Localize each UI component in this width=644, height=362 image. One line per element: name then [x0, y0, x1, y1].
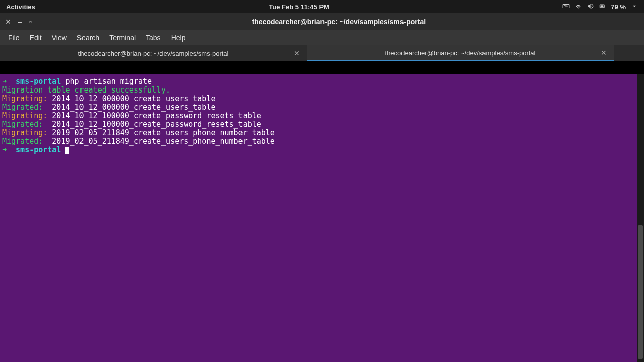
- tab-close-icon[interactable]: ✕: [294, 49, 300, 57]
- menubar: File Edit View Search Terminal Tabs Help: [0, 30, 644, 45]
- menu-help[interactable]: Help: [166, 32, 191, 44]
- close-icon[interactable]: ✕: [5, 18, 11, 26]
- system-tray[interactable]: 79 %: [562, 3, 638, 11]
- svg-rect-7: [601, 5, 604, 7]
- clock[interactable]: Tue Feb 5 11:45 PM: [35, 3, 563, 11]
- menu-view[interactable]: View: [47, 32, 72, 44]
- window-titlebar: ✕ – ▫ thecodearcher@brian-pc: ~/dev/samp…: [0, 13, 644, 30]
- menu-tabs[interactable]: Tabs: [141, 32, 166, 44]
- tab-close-icon[interactable]: ✕: [601, 49, 607, 57]
- menu-terminal[interactable]: Terminal: [104, 32, 141, 44]
- svg-rect-5: [565, 6, 568, 7]
- line-migrating-name: 2014_10_12_000000_create_users_table: [52, 94, 215, 103]
- line-migrated-label: Migrated:: [2, 137, 43, 146]
- window-title: thecodearcher@brian-pc: ~/dev/samples/sm…: [39, 18, 639, 26]
- svg-rect-1: [564, 5, 565, 6]
- svg-rect-8: [605, 5, 605, 6]
- wifi-icon: [575, 3, 582, 11]
- maximize-icon[interactable]: ▫: [29, 18, 32, 26]
- keyboard-icon: [562, 3, 570, 11]
- minimize-icon[interactable]: –: [18, 18, 22, 26]
- line-migrated-name: 2019_02_05_211849_create_users_phone_num…: [52, 137, 275, 146]
- line-migrated-label: Migrated:: [2, 103, 43, 112]
- line-success: Migration table created successfully.: [2, 85, 170, 95]
- battery-percent: 79 %: [611, 3, 626, 11]
- svg-rect-0: [564, 4, 570, 8]
- tabbar: thecodearcher@brian-pc: ~/dev/samples/sm…: [0, 45, 644, 61]
- line-migrating-name: 2014_10_12_100000_create_password_resets…: [52, 111, 261, 120]
- prompt-cwd: sms-portal: [16, 145, 61, 154]
- chevron-down-icon: [631, 3, 638, 11]
- terminal-output[interactable]: ➜ sms-portal php artisan migrate Migrati…: [0, 74, 644, 362]
- line-migrated-name: 2014_10_12_100000_create_password_resets…: [52, 120, 261, 129]
- svg-rect-2: [566, 5, 566, 6]
- prompt-arrow-icon: ➜: [2, 145, 7, 154]
- svg-rect-3: [567, 5, 567, 6]
- tab-label: thecodearcher@brian-pc: ~/dev/samples/sm…: [385, 49, 536, 57]
- svg-rect-4: [568, 5, 568, 6]
- tab-1[interactable]: thecodearcher@brian-pc: ~/dev/samples/sm…: [307, 45, 614, 61]
- line-migrating-label: Migrating:: [2, 111, 47, 120]
- tab-label: thecodearcher@brian-pc: ~/dev/samples/sm…: [78, 50, 229, 57]
- battery-icon: [599, 3, 606, 11]
- line-migrated-name: 2014_10_12_000000_create_users_table: [52, 103, 215, 112]
- prompt-cwd: sms-portal: [16, 77, 61, 86]
- line-migrating-name: 2019_02_05_211849_create_users_phone_num…: [52, 128, 275, 137]
- scrollbar-thumb[interactable]: [638, 225, 643, 359]
- system-topbar: Activities Tue Feb 5 11:45 PM 79 %: [0, 0, 644, 13]
- activities-button[interactable]: Activities: [6, 3, 35, 11]
- menu-search[interactable]: Search: [72, 32, 104, 44]
- scrollbar-track[interactable]: [637, 74, 644, 362]
- prompt-arrow-icon: ➜: [2, 77, 7, 86]
- menu-edit[interactable]: Edit: [25, 32, 47, 44]
- line-migrated-label: Migrated:: [2, 120, 43, 129]
- cursor: [65, 147, 69, 154]
- line-migrating-label: Migrating:: [2, 128, 47, 137]
- terminal-window: ✕ – ▫ thecodearcher@brian-pc: ~/dev/samp…: [0, 13, 644, 362]
- volume-icon: [587, 3, 594, 11]
- line-migrating-label: Migrating:: [2, 94, 47, 103]
- tab-0[interactable]: thecodearcher@brian-pc: ~/dev/samples/sm…: [0, 45, 307, 61]
- menu-file[interactable]: File: [3, 32, 25, 44]
- tab-actions: [614, 45, 644, 61]
- prompt-command: php artisan migrate: [65, 77, 152, 86]
